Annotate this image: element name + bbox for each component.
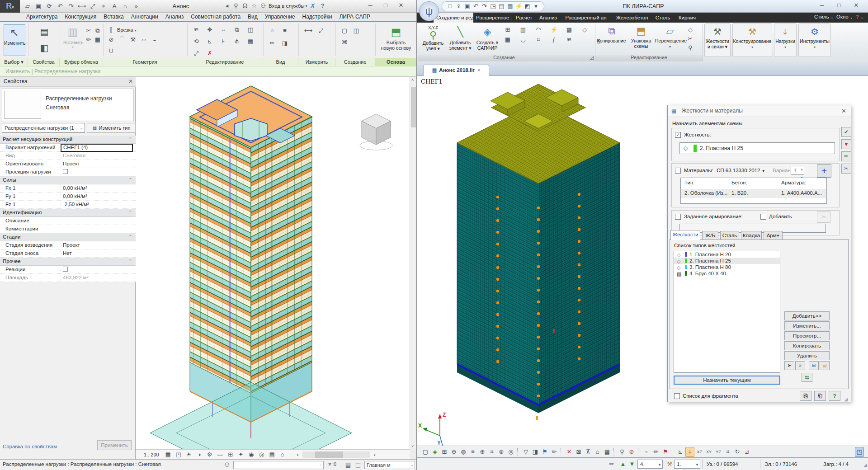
apply-button[interactable]: Применить [97,440,132,450]
copy-list-button[interactable]: ⎘ [800,391,811,401]
property-value[interactable]: Проект [61,160,133,168]
dialog-titlebar[interactable]: ▦ Жесткости и материалы ✕ [668,105,851,117]
grid-icon[interactable]: ⌗ [534,35,543,44]
stage-combo[interactable]: 1.▼ [674,460,700,469]
property-row[interactable]: Fx 10,00 кН/м² [0,184,136,193]
panel-label-6[interactable]: Измерить [298,58,335,66]
property-value[interactable] [61,266,133,273]
property-value[interactable]: Проект [61,241,133,249]
tab-Аннотации[interactable]: Аннотации [127,12,162,21]
property-row[interactable]: Проекция нагрузки [0,168,136,176]
property-section[interactable]: Стадии⌃ [0,233,136,241]
dialog-button-2[interactable]: Просмотр... [784,331,830,340]
levels-icon[interactable]: ≡ [468,447,477,456]
array-icon[interactable]: ▦ [246,37,255,46]
menu-window[interactable]: Окно [836,14,849,19]
select-by-type-button[interactable]: ➤ [784,361,794,370]
properties-help-link[interactable]: Справка по свойствам [3,444,57,449]
property-section[interactable]: Идентификация⌃ [0,209,136,217]
undo-icon[interactable]: ↶ [55,1,65,11]
scrollbar-thumb[interactable] [411,87,416,127]
copy-icon[interactable]: ⧉ [232,25,241,34]
plan-view-icon[interactable]: ⤓ [685,447,694,457]
wall-opening-icon[interactable]: ▱ [139,35,148,44]
property-value[interactable]: Нет [61,249,133,257]
properties-close-icon[interactable]: ✕ [128,77,133,86]
collapse-icon[interactable]: ⌃ [128,233,132,241]
hammer-icon[interactable]: ⚒ [665,460,674,469]
scroll-left-icon[interactable]: ‹ [293,450,302,459]
group-icon[interactable]: ▢ [340,26,349,35]
arch-icon[interactable]: ◠ [534,25,543,34]
stiffness-list-item[interactable]: ▨4. Брус 40 X 40 [674,270,780,277]
iso-view-icon[interactable]: ⊾ [676,447,685,456]
grid-select-icon[interactable]: ⌗ [487,447,496,456]
crop-view-icon[interactable]: ▭ [216,450,225,459]
revit-app-menu-button[interactable]: R▾ [0,0,20,13]
table-row[interactable]: 2. Оболочка (Из... 1. В20. 1. А400.А400.… [681,189,826,198]
pack-model-button[interactable]: ⬒ Упаковкасхемы [628,24,654,49]
worksharing-icon[interactable]: ⌂ [278,450,287,459]
join-icon[interactable]: ⌒ [118,35,127,44]
dialog-tab-Сталь[interactable]: Сталь [720,231,739,240]
mesh-view-icon[interactable]: ▦ [603,447,612,456]
resize-grip[interactable]: ◢ [844,396,848,402]
exchange-apps-icon[interactable]: X [308,1,317,10]
circle-select-icon[interactable]: ⊕ [478,447,487,456]
xy-view-icon[interactable]: XY [704,447,713,456]
minimize-button[interactable]: ─ [813,1,830,11]
add-element-button[interactable]: ╲ Добавитьэлемент ▾ [447,24,473,51]
property-value[interactable]: Снеговая [61,152,133,160]
undo-icon[interactable]: ↶ [472,2,480,11]
align-icon[interactable]: ≋ [192,25,201,34]
scroll-right-icon[interactable]: › [370,450,379,459]
dimension-icon[interactable]: ⤢ [316,26,326,35]
block-icon[interactable]: ⊚ [497,447,506,456]
menu-style[interactable]: Стиль [814,14,829,19]
aligned-dimension-icon[interactable]: ⤢ [88,1,98,11]
dialog-tab-Жесткости[interactable]: Жесткости [670,230,700,240]
split-icon[interactable]: ⋔ [232,37,241,46]
view-scale[interactable]: 1 : 200 [144,452,159,457]
materials-checkbox[interactable] [675,168,681,174]
resize-grip[interactable]: ◢ [863,462,867,467]
tab-Кирпич[interactable]: Кирпич [674,13,700,23]
light-icon[interactable]: ⌁ [642,447,651,456]
tab-Анализ[interactable]: Анализ [537,13,559,23]
panel-label-2[interactable]: Буфер обмена [60,58,103,66]
type-preview[interactable]: Распределенные нагрузки Снеговая [2,89,134,121]
sun-path-icon[interactable]: ☀ [184,450,193,459]
profile-icon[interactable]: ⊔ [107,46,116,55]
property-row[interactable]: Площадь483,922 м² [0,274,136,282]
property-value[interactable]: 0,00 кН/м² [61,184,133,192]
invert-icon[interactable]: ⊠ [574,447,583,456]
hide-icon[interactable]: ◨ [280,39,289,48]
brush-button[interactable]: ✏ [841,151,851,161]
isolate-icon[interactable]: ◉ [247,450,256,459]
tab-Анализ[interactable]: Анализ [162,12,188,21]
default-3d-view-icon[interactable]: ⌂ [120,1,130,11]
stiffness-checkbox[interactable]: ✓ [675,132,681,138]
editable-only-icon[interactable]: ▤ [344,461,353,470]
worksets-icon[interactable]: ⚇ [222,461,231,470]
paste-button[interactable]: ▥ Вставить▾ [63,24,82,56]
edit-type-button[interactable]: ▦ Изменить тип [87,123,136,133]
dialog-button-0[interactable]: Добавить>> [784,311,830,320]
extend-icon[interactable]: ⊦ [219,37,228,46]
scroll-up-icon[interactable]: ˄ [411,78,414,82]
cut-button[interactable]: ✂ [841,164,851,174]
frame-icon[interactable]: ⊞ [503,25,512,34]
tab-close-icon[interactable]: × [477,67,481,73]
render-icon[interactable]: ⚙ [205,450,214,459]
part-icon[interactable]: ⌘ [340,38,349,47]
profile-icon[interactable]: ⚇ [259,1,268,10]
visual-style-icon[interactable]: ◳ [174,450,183,459]
move-button[interactable]: ▱ Перемещение▾ [655,24,685,50]
zoom-icon[interactable]: ⚲ [686,43,695,52]
stiffness-list-item[interactable]: ◇1. Пластина Н 20 [674,251,780,258]
maximize-button[interactable]: □ [830,1,848,11]
cut-icon[interactable]: ✂ [686,34,695,43]
close-button[interactable]: ✕ [393,0,409,12]
horizontal-scrollbar[interactable] [302,451,370,458]
tab-Расширенное ре[interactable]: Расширенное ре [473,13,511,23]
